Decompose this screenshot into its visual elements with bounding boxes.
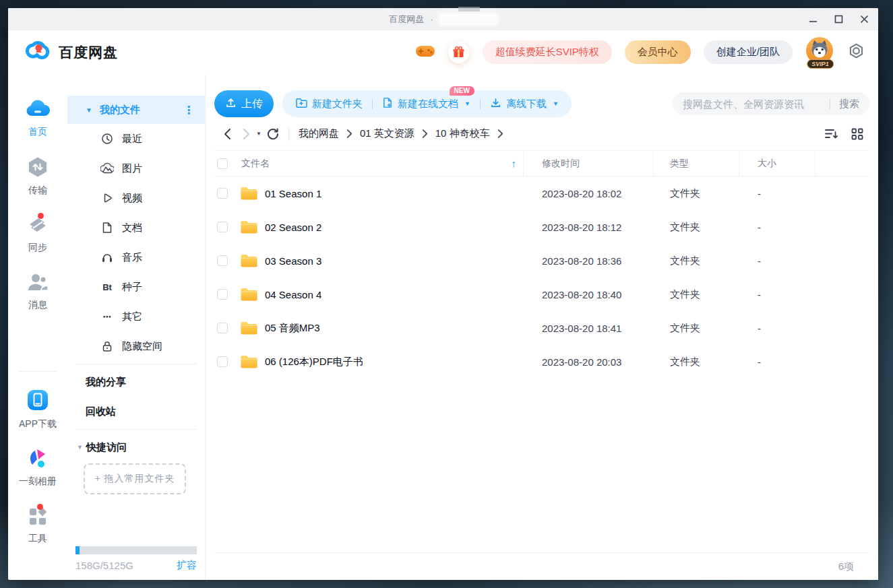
rail-item-messages[interactable]: 消息 bbox=[26, 271, 49, 311]
search-button[interactable]: 搜索 bbox=[839, 98, 859, 110]
history-dropdown-icon[interactable]: ▼ bbox=[256, 131, 261, 137]
file-modified-time: 2023-08-20 18:02 bbox=[524, 188, 654, 199]
sidebar-item-my-shares[interactable]: 我的分享 bbox=[67, 367, 205, 397]
upload-button[interactable]: 上传 bbox=[214, 90, 274, 117]
file-name[interactable]: 02 Season 2 bbox=[265, 222, 321, 233]
new-doc-icon bbox=[382, 97, 393, 110]
collapse-triangle-icon[interactable]: ▼ bbox=[77, 444, 86, 451]
settings-icon[interactable] bbox=[848, 42, 865, 62]
sidebar-item-documents[interactable]: 文档 bbox=[67, 213, 205, 242]
file-size: - bbox=[739, 222, 815, 233]
sidebar-item-videos[interactable]: 视频 bbox=[67, 183, 205, 213]
search-box[interactable]: 搜索 bbox=[673, 92, 869, 115]
row-checkbox[interactable] bbox=[217, 222, 228, 232]
select-all-checkbox[interactable] bbox=[217, 158, 228, 169]
file-size: - bbox=[739, 356, 815, 368]
sidebar-item-my-files[interactable]: ▼ 我的文件 ⋮ bbox=[67, 96, 205, 124]
rail-divider bbox=[19, 371, 57, 372]
column-size[interactable]: 大小 bbox=[758, 158, 776, 170]
nav-rail: 首页 传输 bbox=[8, 74, 67, 580]
expand-triangle-icon[interactable]: ▼ bbox=[86, 106, 95, 114]
breadcrumb-item[interactable]: 01 英文资源 bbox=[360, 127, 414, 140]
maximize-icon[interactable] bbox=[834, 15, 843, 24]
create-team-button[interactable]: 创建企业/团队 bbox=[704, 40, 793, 64]
rail-item-tools[interactable]: 工具 bbox=[27, 505, 49, 545]
column-modified[interactable]: 修改时间 bbox=[542, 158, 580, 170]
file-modified-time: 2023-08-20 18:40 bbox=[524, 289, 654, 300]
row-checkbox[interactable] bbox=[217, 323, 228, 333]
back-icon[interactable] bbox=[220, 127, 235, 141]
divider bbox=[76, 429, 196, 430]
breadcrumb-item[interactable]: 10 神奇校车 bbox=[435, 127, 490, 140]
column-type[interactable]: 类型 bbox=[670, 158, 689, 170]
grid-view-icon[interactable] bbox=[851, 128, 863, 140]
search-input[interactable] bbox=[683, 98, 824, 110]
sidebar-item-hidden-space[interactable]: 隐藏空间 bbox=[67, 331, 205, 361]
refresh-icon[interactable] bbox=[266, 127, 280, 141]
brand[interactable]: 百度网盘 bbox=[24, 38, 118, 67]
table-row[interactable]: 02 Season 2 2023-08-20 18:12 文件夹 - bbox=[214, 210, 869, 244]
new-online-doc-button[interactable]: NEW 新建在线文档 ▼ bbox=[382, 97, 470, 110]
sort-order-icon[interactable] bbox=[824, 128, 838, 139]
file-modified-time: 2023-08-20 18:12 bbox=[524, 222, 654, 233]
expand-storage-link[interactable]: 扩容 bbox=[177, 559, 197, 572]
sort-ascending-icon[interactable]: ↑ bbox=[512, 158, 517, 169]
row-checkbox[interactable] bbox=[217, 188, 228, 199]
game-center-icon[interactable] bbox=[415, 43, 435, 62]
headphones-icon bbox=[100, 251, 115, 264]
file-name[interactable]: 03 Season 3 bbox=[265, 255, 321, 267]
rail-item-home[interactable]: 首页 bbox=[25, 98, 51, 138]
rail-item-sync[interactable]: 同步 bbox=[26, 214, 49, 254]
forward-icon[interactable] bbox=[239, 127, 253, 141]
my-files-menu-icon[interactable]: ⋮ bbox=[183, 104, 194, 117]
sidebar-item-bt-seeds[interactable]: Bt 种子 bbox=[67, 272, 205, 302]
file-nav: ▼ 我的文件 ⋮ 最近 图片 bbox=[67, 74, 206, 580]
sidebar-item-pictures[interactable]: 图片 bbox=[67, 154, 205, 183]
new-folder-button[interactable]: 新建文件夹 bbox=[295, 97, 363, 110]
ellipsis-icon: ⋯ bbox=[100, 310, 115, 323]
upload-icon bbox=[225, 97, 237, 111]
rail-item-photo-album[interactable]: 一刻相册 bbox=[19, 448, 57, 488]
row-checkbox[interactable] bbox=[217, 356, 228, 367]
offline-download-button[interactable]: 离线下载 ▼ bbox=[490, 97, 559, 110]
folder-icon bbox=[240, 186, 257, 201]
dropdown-triangle-icon: ▼ bbox=[464, 100, 470, 107]
sidebar-section-quick-access[interactable]: ▼ 快捷访问 bbox=[67, 432, 205, 462]
column-name[interactable]: 文件名 bbox=[241, 158, 270, 170]
toolbar-group: 新建文件夹 NEW 新建在线文档 ▼ bbox=[282, 90, 572, 117]
gift-icon[interactable] bbox=[448, 42, 470, 63]
sidebar-item-recent[interactable]: 最近 bbox=[67, 124, 205, 154]
toolbar: 上传 新建文件夹 NEW bbox=[206, 74, 878, 117]
table-row[interactable]: 03 Season 3 2023-08-20 18:36 文件夹 - bbox=[214, 244, 869, 277]
breadcrumb-item[interactable]: 我的网盘 bbox=[299, 127, 339, 140]
table-row[interactable]: 06 (126本)PDF电子书 2023-08-20 20:03 文件夹 - bbox=[214, 345, 869, 379]
folder-icon bbox=[240, 253, 257, 268]
table-row[interactable]: 04 Season 4 2023-08-20 18:40 文件夹 - bbox=[214, 277, 869, 311]
quick-access-drop-zone[interactable]: + 拖入常用文件夹 bbox=[84, 463, 186, 494]
file-type: 文件夹 bbox=[654, 221, 739, 234]
row-checkbox[interactable] bbox=[217, 289, 228, 300]
breadcrumb-separator-icon bbox=[346, 129, 352, 138]
member-center-button[interactable]: 会员中心 bbox=[625, 40, 691, 64]
file-name[interactable]: 06 (126本)PDF电子书 bbox=[265, 356, 363, 368]
rail-item-transfer[interactable]: 传输 bbox=[26, 156, 49, 197]
dropdown-triangle-icon: ▼ bbox=[553, 100, 559, 107]
file-name[interactable]: 04 Season 4 bbox=[265, 289, 321, 300]
breadcrumb: 我的网盘 01 英文资源 10 神奇校车 bbox=[299, 127, 511, 140]
close-icon[interactable] bbox=[859, 15, 869, 24]
redacted-username bbox=[439, 13, 497, 25]
svip-renew-banner[interactable]: 超值续费延长SVIP特权 bbox=[483, 40, 612, 64]
table-row[interactable]: 01 Season 1 2023-08-20 18:02 文件夹 - bbox=[214, 176, 869, 210]
rail-item-app-download[interactable]: APP下载 bbox=[19, 388, 57, 430]
sidebar-item-recycle-bin[interactable]: 回收站 bbox=[67, 397, 205, 426]
sidebar-item-other[interactable]: ⋯ 其它 bbox=[67, 302, 205, 331]
row-checkbox[interactable] bbox=[217, 255, 228, 266]
file-name[interactable]: 05 音频MP3 bbox=[265, 322, 320, 335]
file-name[interactable]: 01 Season 1 bbox=[265, 188, 321, 199]
app-download-icon bbox=[26, 388, 50, 415]
new-badge: NEW bbox=[450, 86, 474, 96]
sidebar-item-music[interactable]: 音乐 bbox=[67, 242, 205, 272]
minimize-icon[interactable] bbox=[808, 15, 818, 24]
user-avatar[interactable]: SVIP1 bbox=[805, 36, 835, 69]
table-row[interactable]: 05 音频MP3 2023-08-20 18:41 文件夹 - bbox=[214, 311, 869, 345]
